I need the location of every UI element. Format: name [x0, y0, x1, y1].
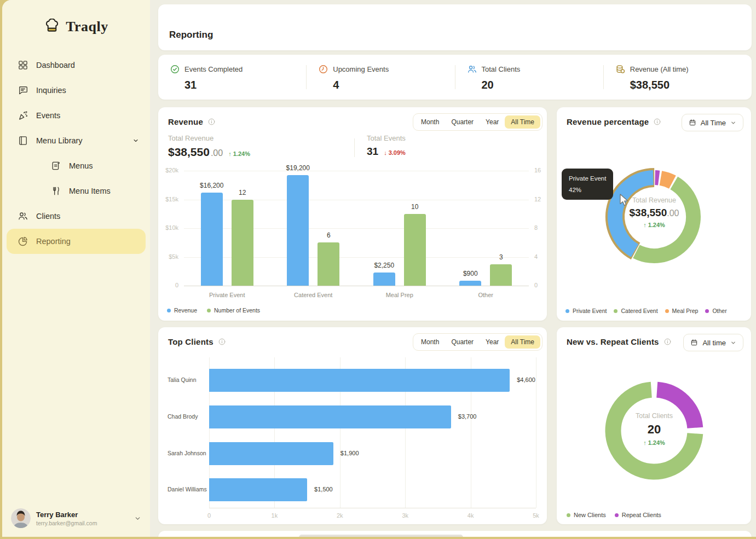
legend-dot	[665, 309, 669, 313]
info-icon[interactable]	[663, 338, 672, 346]
stat-value: $38,550	[630, 79, 752, 91]
legend-item-new-clients[interactable]: New Clients	[567, 512, 606, 518]
chevron-down-icon	[132, 137, 139, 144]
legend-dot	[565, 309, 569, 313]
x-axis-label: Catered Event	[270, 292, 357, 298]
chart-legend: Private EventCatered EventMeal PrepOther	[565, 308, 727, 314]
legend-item-private-event[interactable]: Private Event	[565, 308, 607, 314]
y2-axis-tick: 8	[534, 224, 538, 231]
user-name: Terry Barker	[36, 511, 97, 519]
legend-label: Other	[712, 308, 726, 314]
x-axis-tick: 3k	[394, 512, 416, 519]
chart-legend: New ClientsRepeat Clients	[567, 512, 661, 518]
sidebar-item-menu-items[interactable]: Menu Items	[2, 178, 150, 204]
top-clients-card: Top Clients Month Quarter Year All Time …	[158, 327, 547, 524]
bar-other-revenue[interactable]	[459, 281, 481, 286]
legend-item-repeat-clients[interactable]: Repeat Clients	[615, 512, 661, 518]
bar-private-event-revenue[interactable]	[201, 193, 223, 286]
x-axis-tick: 1k	[263, 512, 285, 519]
dropdown-value: All time	[702, 339, 726, 347]
segment-other[interactable]	[655, 178, 659, 178]
calendar-icon	[690, 339, 698, 346]
tab-year[interactable]: Year	[480, 335, 505, 349]
bar-meal-prep-number-of-events[interactable]	[404, 214, 426, 286]
segment-meal-prep[interactable]	[661, 178, 673, 182]
sidebar-item-events[interactable]: Events	[2, 103, 150, 128]
legend-label: Revenue	[174, 307, 197, 314]
card-title: Top Clients	[168, 337, 213, 346]
stat-value: 4	[333, 79, 454, 91]
revenue-percentage-donut[interactable]	[599, 162, 709, 271]
legend-item-number-of-events[interactable]: Number of Events	[207, 307, 260, 314]
stat-label: Revenue (All time)	[630, 65, 689, 73]
stat-value: 31	[184, 79, 306, 91]
sidebar-item-menu-library[interactable]: Menu Library	[2, 128, 150, 153]
tab-month[interactable]: Month	[415, 335, 445, 349]
bar-chad-brody[interactable]	[209, 405, 451, 428]
legend-dot	[705, 309, 709, 313]
legend-label: Repeat Clients	[622, 512, 661, 518]
clients-icon	[18, 211, 28, 222]
card-title: Revenue	[168, 117, 203, 126]
tab-year[interactable]: Year	[480, 115, 505, 129]
sidebar-item-inquiries[interactable]: Inquiries	[2, 78, 150, 103]
tab-all-time[interactable]: All Time	[505, 335, 540, 349]
bar-catered-event-number-of-events[interactable]	[318, 242, 339, 286]
time-range-dropdown[interactable]: All Time	[682, 114, 743, 131]
events-delta: ↓ 3.09%	[384, 149, 406, 156]
tab-all-time[interactable]: All Time	[505, 115, 540, 129]
bar-private-event-number-of-events[interactable]	[232, 200, 253, 286]
segment-catered-event[interactable]	[636, 183, 693, 256]
x-axis-tick: 2k	[329, 512, 351, 519]
coins-icon	[615, 64, 626, 74]
app-logo[interactable]: Traqly	[2, 19, 150, 35]
info-icon[interactable]	[653, 118, 661, 126]
stat-label: Events Completed	[184, 65, 243, 73]
next-section-peek	[299, 535, 463, 537]
revenue-delta: ↑ 1.24%	[228, 150, 250, 157]
bar-other-number-of-events[interactable]	[490, 264, 512, 286]
bar-meal-prep-revenue[interactable]	[373, 273, 395, 286]
info-icon[interactable]	[207, 118, 216, 126]
time-range-dropdown[interactable]: All time	[683, 334, 743, 351]
legend-item-meal-prep[interactable]: Meal Prep	[665, 308, 699, 314]
stat-value: 20	[482, 79, 603, 91]
y2-axis-tick: 16	[534, 167, 541, 173]
user-menu[interactable]: Terry Barker terry.barker@gmail.com	[11, 508, 141, 528]
cursor-pointer-icon	[618, 194, 630, 207]
legend-dot	[567, 513, 570, 517]
bar-catered-event-revenue[interactable]	[287, 175, 309, 286]
sidebar-item-dashboard[interactable]: Dashboard	[2, 53, 150, 78]
total-revenue-cents: .00	[211, 148, 223, 158]
x-axis-label: Private Event	[184, 292, 270, 298]
sidebar-item-reporting[interactable]: Reporting	[7, 229, 146, 254]
legend-item-revenue[interactable]: Revenue	[167, 307, 197, 314]
legend-item-catered-event[interactable]: Catered Event	[614, 308, 657, 314]
tab-quarter[interactable]: Quarter	[445, 335, 480, 349]
bar-value-label: 12	[221, 189, 264, 196]
time-range-tabs: Month Quarter Year All Time	[413, 333, 543, 351]
sidebar-item-label: Menus	[69, 161, 93, 170]
sidebar-item-menus[interactable]: Menus	[2, 153, 150, 178]
segment-repeat-clients[interactable]	[657, 390, 695, 428]
bar-daniel-williams[interactable]	[209, 478, 307, 501]
chevron-down-icon[interactable]	[134, 515, 141, 522]
legend-dot	[207, 309, 211, 312]
menu-library-icon	[18, 135, 28, 146]
tooltip-title: Private Event	[569, 173, 606, 184]
info-icon[interactable]	[218, 338, 226, 346]
row-label-chad-brody: Chad Brody	[168, 413, 207, 420]
bar-value-label: $2,250	[362, 262, 406, 269]
legend-dot	[167, 309, 171, 312]
tab-month[interactable]: Month	[415, 115, 445, 129]
sidebar-item-clients[interactable]: Clients	[2, 204, 150, 229]
app-window: Traqly Dashboard Inquiries Events Menu L…	[2, 0, 756, 537]
bar-sarah-johnson[interactable]	[209, 442, 333, 465]
new-vs-repeat-donut[interactable]	[596, 373, 712, 489]
y-axis-tick: $10k	[158, 224, 178, 231]
bar-talia-quinn[interactable]	[209, 369, 510, 392]
tab-quarter[interactable]: Quarter	[445, 115, 480, 129]
legend-item-other[interactable]: Other	[705, 308, 726, 314]
stats-bar: Events Completed 31 Upcoming Events 4 To…	[158, 55, 752, 100]
bar-value-label: 10	[393, 203, 437, 211]
